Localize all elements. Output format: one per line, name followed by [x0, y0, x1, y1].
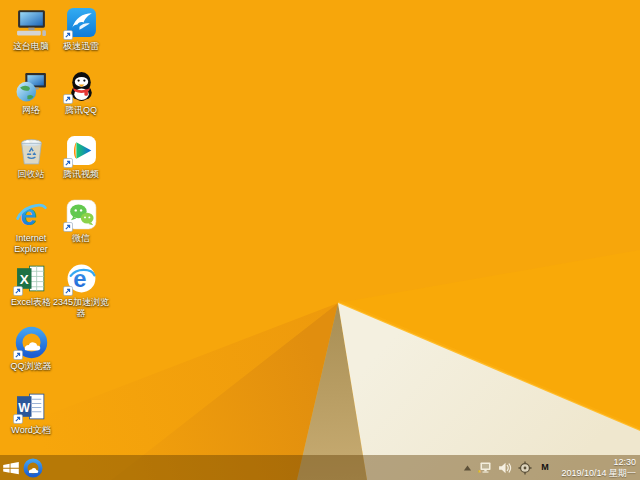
- qq-browser-icon: [15, 326, 48, 359]
- shortcut-arrow-icon: [63, 222, 73, 232]
- crosshair-icon: [518, 461, 532, 475]
- xunlei-bird-icon: [65, 6, 98, 39]
- wechat-icon: [65, 198, 98, 231]
- clock-time: 12:30: [561, 457, 636, 468]
- word-icon: W: [15, 390, 48, 423]
- tray-show-hidden-button[interactable]: [463, 464, 472, 472]
- computer-icon: [15, 6, 48, 39]
- desktop-icon-label: 微信: [52, 233, 110, 244]
- desktop-icon-label: 腾讯QQ: [52, 105, 110, 116]
- start-button[interactable]: [0, 460, 22, 476]
- qq-penguin-icon: [65, 70, 98, 103]
- tray-crosshair-button[interactable]: [518, 461, 532, 475]
- network-warning-icon: *: [478, 461, 492, 475]
- desktop-icon-jisu-xunlei[interactable]: 极速迅雷: [52, 6, 110, 52]
- windows-logo-icon: [2, 461, 20, 475]
- taskbar: * M 12:30 2019/10/14 星期一: [0, 455, 640, 480]
- tray-network-button[interactable]: *: [478, 461, 492, 475]
- desktop-icon-2345-browser[interactable]: e 2345加速浏览器: [52, 262, 110, 319]
- svg-text:W: W: [18, 401, 30, 415]
- network-globe-icon: [15, 70, 48, 103]
- desktop-icon-wechat[interactable]: 微信: [52, 198, 110, 244]
- desktop-icon-label: Word文档: [2, 425, 60, 436]
- desktop-icon-tencent-qq[interactable]: 腾讯QQ: [52, 70, 110, 116]
- svg-text:X: X: [19, 272, 28, 287]
- chevron-up-icon: [463, 464, 472, 472]
- desktop-icon-label: 极速迅雷: [52, 41, 110, 52]
- 2345-browser-icon: e: [65, 262, 98, 295]
- qq-browser-icon: [23, 458, 43, 478]
- shortcut-arrow-icon: [13, 286, 23, 296]
- shortcut-arrow-icon: [63, 30, 73, 40]
- desktop-icon-tencent-video[interactable]: 腾讯视频: [52, 134, 110, 180]
- shortcut-arrow-icon: [63, 158, 73, 168]
- volume-icon: [498, 461, 512, 475]
- shortcut-arrow-icon: [13, 350, 23, 360]
- desktop-screen: 这台电脑 极速迅雷 网络: [0, 0, 640, 480]
- tencent-video-icon: [65, 134, 98, 167]
- excel-icon: X: [15, 262, 48, 295]
- recycle-bin-icon: [15, 134, 48, 167]
- tray-clock[interactable]: 12:30 2019/10/14 星期一: [561, 457, 636, 478]
- ie-icon: e: [15, 198, 48, 231]
- system-tray: * M 12:30 2019/10/14 星期一: [463, 457, 640, 478]
- shortcut-arrow-icon: [13, 414, 23, 424]
- shortcut-arrow-icon: [63, 286, 73, 296]
- svg-text:*: *: [478, 468, 481, 475]
- shortcut-arrow-icon: [63, 94, 73, 104]
- desktop-icon-qq-browser[interactable]: QQ浏览器: [2, 326, 60, 372]
- desktop-icon-label: 腾讯视频: [52, 169, 110, 180]
- tray-volume-button[interactable]: [498, 461, 512, 475]
- tray-input-method-indicator[interactable]: M: [538, 461, 551, 474]
- taskbar-qq-browser-button[interactable]: [22, 457, 43, 478]
- desktop-icon-label: QQ浏览器: [2, 361, 60, 372]
- clock-date: 2019/10/14 星期一: [561, 468, 636, 479]
- svg-text:e: e: [20, 198, 37, 231]
- desktop-icon-word[interactable]: W Word文档: [2, 390, 60, 436]
- desktop-icon-label: 2345加速浏览器: [52, 297, 110, 319]
